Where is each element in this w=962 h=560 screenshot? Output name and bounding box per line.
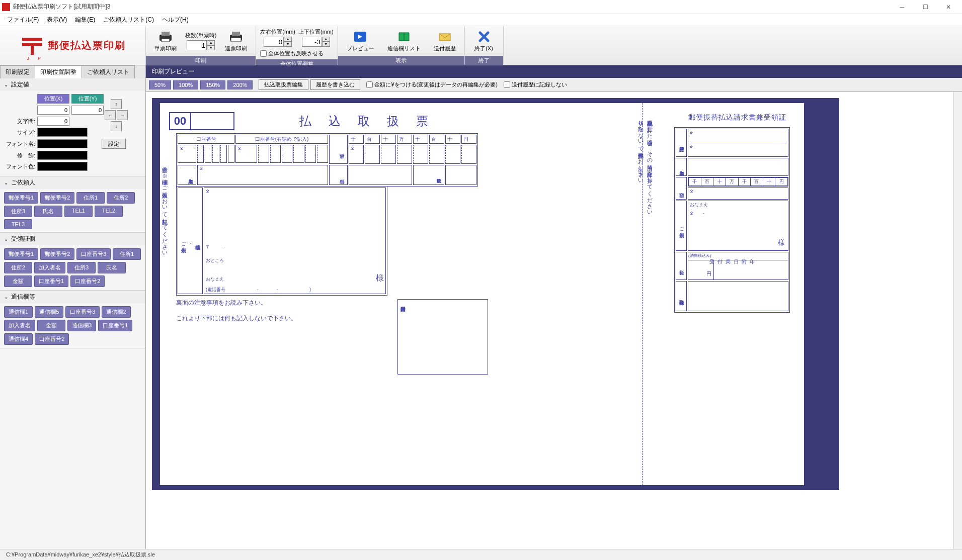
lr-down[interactable]: ▼ — [284, 42, 292, 47]
minimize-button[interactable]: ─ — [891, 0, 914, 14]
book-icon — [396, 30, 412, 44]
envelope-icon — [437, 30, 453, 44]
preview-button[interactable]: プレビュー — [342, 28, 379, 54]
maximize-button[interactable]: ☐ — [914, 0, 937, 14]
reflect-all-check[interactable]: 全体位置も反映させる — [260, 50, 324, 57]
tab-requester-list[interactable]: ご依頼人リスト — [82, 65, 135, 78]
ud-up[interactable]: ▲ — [322, 37, 330, 42]
sheets-down[interactable]: ▼ — [207, 45, 215, 50]
chip-c3[interactable]: 通信欄3 — [67, 320, 96, 331]
chip-c-acct2[interactable]: 口座番号2 — [35, 333, 69, 345]
digit: 千 — [349, 135, 364, 144]
size-input[interactable] — [37, 128, 88, 137]
chip-addr3[interactable]: 住所3 — [4, 206, 32, 217]
chip-c1[interactable]: 通信欄1 — [4, 306, 33, 318]
chip-postal1[interactable]: 郵便番号1 — [4, 192, 38, 204]
chip-r-acct2[interactable]: 口座番号2 — [70, 275, 105, 287]
chip-r-acct3[interactable]: 口座番号3 — [76, 248, 111, 260]
arrow-left-button[interactable]: ← — [105, 110, 116, 120]
ud-down[interactable]: ▼ — [322, 42, 330, 47]
chip-c5[interactable]: 通信欄5 — [35, 306, 63, 318]
write-history-button[interactable]: 履歴を書き込む — [310, 79, 360, 90]
print-continuous-button[interactable]: 連票印刷 — [220, 28, 252, 54]
spacing-input[interactable] — [37, 117, 69, 126]
exit-button[interactable]: 終了(X) — [469, 28, 499, 54]
close-button[interactable]: ✕ — [937, 0, 960, 14]
chevron-down-icon: ⌄ — [4, 180, 8, 185]
chip-r-name[interactable]: 氏名 — [98, 262, 126, 273]
menu-help[interactable]: ヘルプ(H) — [158, 15, 193, 25]
menu-view[interactable]: 表示(V) — [43, 15, 71, 25]
chip-r-addr3[interactable]: 住所3 — [67, 262, 96, 273]
svg-rect-2 — [31, 43, 34, 55]
chip-c-sub[interactable]: 加入者名 — [4, 320, 35, 331]
chip-postal2[interactable]: 郵便番号2 — [40, 192, 74, 204]
tab-print-settings[interactable]: 印刷設定 — [0, 65, 35, 78]
font-input[interactable] — [37, 139, 88, 148]
menu-edit[interactable]: 編集(E) — [71, 15, 99, 25]
lr-pos-input[interactable] — [264, 37, 284, 47]
chip-c-acct3[interactable]: 口座番号3 — [65, 306, 100, 318]
ud-pos-label: 上下位置(mm) — [298, 28, 334, 36]
zoom-200[interactable]: 200% — [227, 80, 253, 89]
zoom-100[interactable]: 100% — [173, 80, 198, 89]
settings-apply-button[interactable]: 設定 — [102, 139, 126, 149]
section-receipt-header[interactable]: ⌄受領証側 — [0, 233, 145, 245]
sheets-up[interactable]: ▲ — [207, 40, 215, 45]
chip-name[interactable]: 氏名 — [34, 206, 62, 217]
digit: 千 — [689, 178, 701, 186]
arrow-up-button[interactable]: ↑ — [111, 99, 122, 109]
chip-r-amount[interactable]: 金額 — [4, 275, 32, 287]
tax-note: (消費税込み) — [688, 253, 711, 258]
menu-file[interactable]: ファイル(F) — [3, 15, 43, 25]
chip-r-addr2[interactable]: 住所2 — [4, 262, 32, 273]
digit: 十 — [445, 135, 460, 144]
titlebar: 郵便払込票印刷ソフト[試用期間中]3 ─ ☐ ✕ — [0, 0, 962, 14]
svg-rect-7 — [232, 32, 240, 36]
chip-r-postal1[interactable]: 郵便番号1 — [4, 248, 38, 260]
zoom-150[interactable]: 150% — [200, 80, 225, 89]
norecord-check[interactable]: 送付履歴に記録しない — [504, 81, 567, 88]
lr-up[interactable]: ▲ — [284, 37, 292, 42]
history-button[interactable]: 送付履歴 — [429, 28, 460, 54]
arrow-right-button[interactable]: → — [117, 110, 128, 120]
chip-tel3[interactable]: TEL3 — [4, 219, 32, 229]
arrow-down-button[interactable]: ↓ — [111, 121, 122, 131]
color-input[interactable] — [37, 162, 88, 171]
deco-input[interactable] — [37, 151, 88, 160]
section-comm-header[interactable]: ⌄通信欄等 — [0, 291, 145, 303]
print-single-button[interactable]: 単票印刷 — [150, 28, 181, 54]
posx-input[interactable] — [37, 106, 69, 115]
edit-slip-button[interactable]: 払込取扱票編集 — [259, 79, 308, 90]
vertical-scrollbar[interactable] — [953, 92, 962, 549]
sheets-input[interactable] — [187, 40, 207, 50]
chip-tel1[interactable]: TEL1 — [64, 206, 93, 217]
chip-addr2[interactable]: 住所2 — [107, 192, 135, 204]
chip-r-postal2[interactable]: 郵便番号2 — [40, 248, 74, 260]
yen-check-label: 金額に¥をつける(変更後はデータの再編集が必要) — [374, 81, 497, 88]
receipt-req-label: ご依頼人 — [676, 201, 687, 251]
digit: 百 — [751, 178, 763, 186]
preview-viewport[interactable]: 切り取らないで郵便局にお出し下さい 記載事項を訂正した場合は、その箇所に訂正印を… — [146, 92, 953, 549]
chip-c2[interactable]: 通信欄2 — [102, 306, 130, 318]
section-requester-header[interactable]: ⌄ご依頼人 — [0, 176, 145, 189]
chip-c-amount[interactable]: 金額 — [37, 320, 65, 331]
chip-r-sub[interactable]: 加入者名 — [34, 262, 65, 273]
ud-pos-input[interactable] — [302, 37, 322, 47]
acct-label: 口座番号 — [178, 135, 234, 144]
chip-r-addr1[interactable]: 住所1 — [113, 248, 141, 260]
chip-r-acct1[interactable]: 口座番号1 — [34, 275, 68, 287]
menu-requesterlist[interactable]: ご依頼人リスト(C) — [99, 15, 158, 25]
chip-c-acct1[interactable]: 口座番号1 — [98, 320, 132, 331]
zoom-50[interactable]: 50% — [149, 80, 171, 89]
posy-input[interactable] — [71, 106, 104, 115]
chip-tel2[interactable]: TEL2 — [95, 206, 123, 217]
printer-icon — [157, 30, 174, 44]
tab-position-adjust[interactable]: 印刷位置調整 — [35, 65, 82, 78]
requester-chips: 郵便番号1 郵便番号2 住所1 住所2 住所3 氏名 TEL1 TEL2 TEL… — [4, 192, 141, 229]
chip-c4[interactable]: 通信欄4 — [4, 333, 33, 345]
commlist-button[interactable]: 通信欄リスト — [383, 28, 425, 54]
yen-check[interactable]: 金額に¥をつける(変更後はデータの再編集が必要) — [366, 81, 497, 88]
section-settings-header[interactable]: ⌄設定値 — [0, 78, 145, 91]
chip-addr1[interactable]: 住所1 — [76, 192, 105, 204]
